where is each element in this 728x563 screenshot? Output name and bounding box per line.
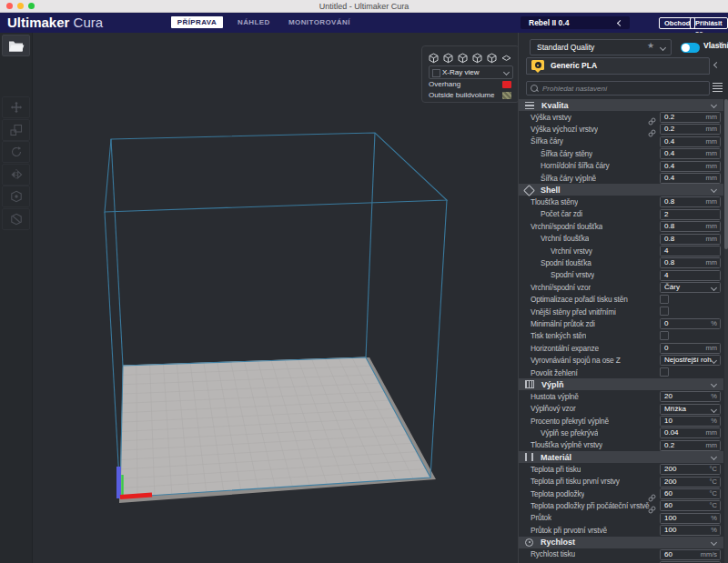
setting-value-field[interactable]: 0% (660, 318, 721, 329)
custom-settings-toggle[interactable] (681, 43, 700, 53)
view-mode-dropdown[interactable]: X-Ray view (429, 65, 513, 79)
setting-label: Výška vrstvy (519, 113, 571, 122)
setting-label: Spodní vrstvy (519, 270, 594, 279)
setting-value: 60 (664, 550, 672, 559)
setting-value-field[interactable]: 0.2mm (660, 112, 721, 123)
setting-value-field[interactable]: 100% (660, 513, 721, 524)
material-icon (525, 453, 533, 461)
setting-row: Vrchní/spodní tloušťka0.8mm (519, 220, 723, 232)
setting-value-field[interactable]: 0.4mm (660, 148, 721, 159)
setting-value: 0.2 (664, 125, 674, 134)
search-input[interactable] (541, 82, 703, 95)
setting-value-field[interactable]: 200°C (660, 464, 721, 475)
setting-label: Teplota při tisku (519, 465, 581, 474)
tab-monitor[interactable]: MONITOROVÁNÍ (288, 16, 350, 28)
open-file-button[interactable] (2, 35, 30, 56)
section-header-materiál[interactable]: Materiál (519, 451, 723, 463)
setting-value-field[interactable]: 20% (660, 391, 721, 402)
setting-value-field[interactable]: 0.04mm (660, 427, 721, 438)
setting-value-field[interactable]: 0.4mm (660, 173, 721, 184)
setting-unit: mm (706, 235, 718, 244)
view-top-icon[interactable] (458, 51, 469, 62)
setting-label: Výplň se překrývá (519, 428, 598, 437)
per-model-settings-tool-button[interactable] (2, 186, 30, 207)
setting-value: 100 (664, 526, 676, 535)
section-header-rychlost[interactable]: Rychlost (519, 537, 723, 548)
settings-menu-icon[interactable] (713, 83, 723, 92)
setting-value-field[interactable]: 60°C (660, 488, 721, 499)
setting-value: 0.8 (664, 197, 674, 206)
setting-value-field[interactable]: 4 (660, 270, 721, 281)
view-right-icon[interactable] (487, 51, 498, 62)
setting-checkbox[interactable] (660, 295, 669, 304)
scrollbar-thumb[interactable] (724, 99, 728, 249)
setting-value-field[interactable]: 60°C (660, 500, 721, 511)
support-blocker-tool-button[interactable] (2, 208, 30, 230)
legend-label: Overhang (429, 80, 460, 89)
section-header-shell[interactable]: Shell (519, 184, 723, 196)
setting-value: 0.8 (664, 235, 674, 244)
setting-unit: mm (706, 149, 718, 158)
setting-value-field[interactable]: 200°C (660, 477, 721, 488)
setting-value-field[interactable]: 0.8mm (660, 221, 721, 232)
3d-viewport[interactable]: X-Ray view OverhangOutside buildvolume (33, 33, 519, 563)
setting-dropdown[interactable]: Čáry (660, 282, 721, 293)
printer-selector[interactable]: Rebel II 0.4 (521, 16, 630, 29)
tab-prepare[interactable]: PŘÍPRAVA (171, 16, 223, 28)
setting-value-field[interactable]: 0.4mm (660, 136, 721, 147)
setting-unit: mm (706, 258, 718, 267)
setting-dropdown[interactable]: Nejostřejší roh (660, 355, 721, 366)
setting-label: Teplota podložky (519, 489, 584, 498)
view-3d-icon[interactable] (429, 51, 440, 62)
rotate-tool-button[interactable] (2, 141, 30, 163)
setting-value-field[interactable]: 0.8mm (660, 257, 721, 268)
setting-value-field[interactable]: 0.8mm (660, 196, 721, 207)
star-icon[interactable]: ★ (647, 41, 654, 50)
material-selector[interactable]: Generic PLA (526, 57, 710, 75)
build-plate-scene[interactable] (33, 33, 519, 563)
setting-checkbox[interactable] (660, 331, 669, 340)
sign-in-button[interactable]: Přihlásit se (690, 17, 728, 29)
move-tool-button[interactable] (2, 96, 30, 118)
setting-dropdown[interactable]: Mřížka (660, 404, 721, 415)
setting-value-field[interactable]: 2 (660, 209, 721, 220)
setting-unit: °C (710, 489, 717, 498)
setting-row: Vrchní tloušťka0.8mm (519, 233, 723, 245)
setting-checkbox[interactable] (660, 307, 669, 316)
setting-value-field[interactable]: 0.2mm (660, 124, 721, 135)
setting-row: Spodní vrstvy4 (519, 269, 723, 281)
collapse-chevron-icon[interactable] (713, 62, 720, 68)
setting-value-field[interactable]: 0.2mm (660, 440, 721, 451)
setting-value: 0.4 (664, 162, 674, 171)
section-header-kvalita[interactable]: Kvalita (519, 99, 723, 111)
setting-row: Teplota podložky60°C (519, 488, 723, 499)
setting-label: Teplota při tisku první vrstvy (519, 477, 620, 486)
setting-checkbox[interactable] (660, 367, 669, 377)
section-header-výplň[interactable]: Výplň (519, 378, 723, 390)
setting-value-field[interactable]: 4 (660, 246, 721, 256)
view-front-icon[interactable] (443, 51, 454, 62)
view-bottom-icon[interactable] (501, 51, 512, 62)
view-left-icon[interactable] (472, 51, 483, 62)
setting-row: Šířka čáry výplně0.4mm (519, 172, 723, 184)
profile-dropdown[interactable]: Standard Quality ★ (530, 39, 672, 55)
setting-label: Optimalizace pořadí tisku stěn (519, 295, 628, 304)
setting-value-field[interactable]: 0mm (660, 343, 721, 354)
setting-value-field[interactable]: 100% (660, 525, 721, 536)
setting-value-field[interactable]: 0.4mm (660, 161, 721, 172)
setting-row: Šířka čáry0.4mm (519, 136, 723, 147)
setting-label: Výplňový vzor (519, 404, 576, 413)
quality-icon (525, 101, 534, 109)
setting-label: Horní/dolní šířka čáry (519, 161, 610, 170)
setting-value: 200 (664, 478, 676, 487)
setting-value-field[interactable]: 0.8mm (660, 234, 721, 245)
setting-label: Spodní tloušťka (519, 258, 592, 267)
tab-preview[interactable]: NÁHLED (238, 16, 270, 28)
setting-value-field[interactable]: 60mm/s (660, 549, 721, 560)
scale-tool-button[interactable] (2, 119, 30, 141)
mirror-tool-button[interactable] (2, 164, 30, 186)
open-folder-icon (8, 39, 25, 53)
close-panel-icon[interactable]: × (718, 40, 723, 49)
legend-label: Outside buildvolume (429, 91, 494, 100)
setting-value-field[interactable]: 10% (660, 416, 721, 427)
